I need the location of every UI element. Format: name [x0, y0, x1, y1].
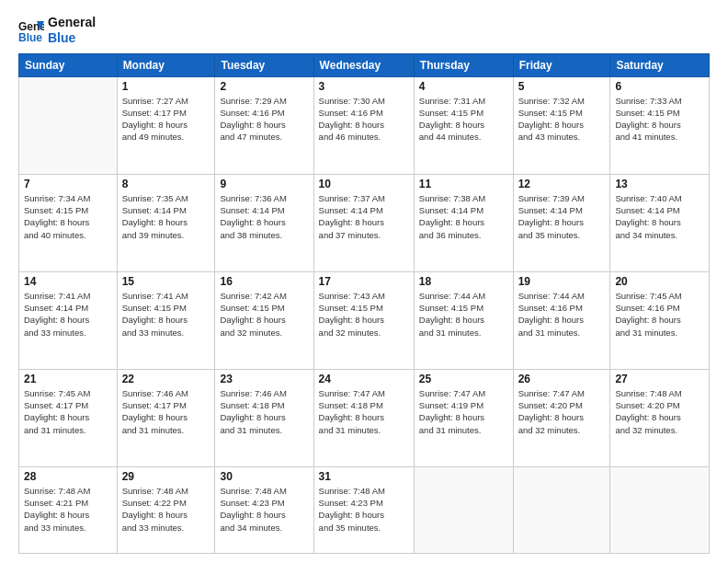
- weekday-sunday: Sunday: [19, 53, 118, 76]
- calendar-week-4: 28Sunrise: 7:48 AM Sunset: 4:21 PM Dayli…: [19, 466, 710, 553]
- cell-info: Sunrise: 7:45 AM Sunset: 4:16 PM Dayligh…: [615, 290, 704, 339]
- day-number: 12: [518, 178, 606, 190]
- cell-info: Sunrise: 7:30 AM Sunset: 4:16 PM Dayligh…: [319, 95, 409, 144]
- calendar-cell: [513, 466, 610, 553]
- weekday-wednesday: Wednesday: [313, 53, 414, 76]
- calendar-table: SundayMondayTuesdayWednesdayThursdayFrid…: [18, 53, 710, 554]
- cell-info: Sunrise: 7:29 AM Sunset: 4:16 PM Dayligh…: [220, 95, 308, 144]
- calendar-cell: 3Sunrise: 7:30 AM Sunset: 4:16 PM Daylig…: [313, 76, 414, 174]
- calendar-cell: 31Sunrise: 7:48 AM Sunset: 4:23 PM Dayli…: [313, 466, 414, 553]
- cell-info: Sunrise: 7:41 AM Sunset: 4:14 PM Dayligh…: [24, 290, 112, 339]
- cell-info: Sunrise: 7:47 AM Sunset: 4:18 PM Dayligh…: [319, 387, 409, 436]
- day-number: 8: [122, 178, 210, 190]
- calendar-cell: 11Sunrise: 7:38 AM Sunset: 4:14 PM Dayli…: [414, 174, 513, 271]
- cell-info: Sunrise: 7:31 AM Sunset: 4:15 PM Dayligh…: [419, 95, 508, 144]
- calendar-cell: 28Sunrise: 7:48 AM Sunset: 4:21 PM Dayli…: [19, 466, 118, 553]
- day-number: 13: [615, 178, 704, 190]
- weekday-monday: Monday: [117, 53, 215, 76]
- calendar-cell: 29Sunrise: 7:48 AM Sunset: 4:22 PM Dayli…: [117, 466, 215, 553]
- calendar-week-2: 14Sunrise: 7:41 AM Sunset: 4:14 PM Dayli…: [19, 271, 710, 369]
- calendar-cell: 16Sunrise: 7:42 AM Sunset: 4:15 PM Dayli…: [215, 271, 313, 369]
- calendar-cell: 24Sunrise: 7:47 AM Sunset: 4:18 PM Dayli…: [313, 369, 414, 466]
- cell-info: Sunrise: 7:46 AM Sunset: 4:18 PM Dayligh…: [220, 387, 308, 436]
- calendar-cell: 30Sunrise: 7:48 AM Sunset: 4:23 PM Dayli…: [215, 466, 313, 553]
- cell-info: Sunrise: 7:39 AM Sunset: 4:14 PM Dayligh…: [518, 192, 606, 241]
- calendar-cell: 27Sunrise: 7:48 AM Sunset: 4:20 PM Dayli…: [610, 369, 710, 466]
- calendar-cell: 13Sunrise: 7:40 AM Sunset: 4:14 PM Dayli…: [610, 174, 710, 271]
- calendar-cell: 8Sunrise: 7:35 AM Sunset: 4:14 PM Daylig…: [117, 174, 215, 271]
- calendar-cell: 4Sunrise: 7:31 AM Sunset: 4:15 PM Daylig…: [414, 76, 513, 174]
- calendar-cell: 6Sunrise: 7:33 AM Sunset: 4:15 PM Daylig…: [610, 76, 710, 174]
- cell-info: Sunrise: 7:48 AM Sunset: 4:21 PM Dayligh…: [24, 485, 112, 534]
- cell-info: Sunrise: 7:27 AM Sunset: 4:17 PM Dayligh…: [122, 95, 210, 144]
- day-number: 28: [24, 470, 112, 483]
- calendar-week-3: 21Sunrise: 7:45 AM Sunset: 4:17 PM Dayli…: [19, 369, 710, 466]
- cell-info: Sunrise: 7:45 AM Sunset: 4:17 PM Dayligh…: [24, 387, 112, 436]
- day-number: 4: [419, 80, 508, 93]
- calendar-cell: 10Sunrise: 7:37 AM Sunset: 4:14 PM Dayli…: [313, 174, 414, 271]
- day-number: 15: [122, 275, 210, 288]
- calendar-cell: 12Sunrise: 7:39 AM Sunset: 4:14 PM Dayli…: [513, 174, 610, 271]
- calendar-week-1: 7Sunrise: 7:34 AM Sunset: 4:15 PM Daylig…: [19, 174, 710, 271]
- logo-general: General: [48, 15, 96, 30]
- cell-info: Sunrise: 7:42 AM Sunset: 4:15 PM Dayligh…: [220, 290, 308, 339]
- cell-info: Sunrise: 7:47 AM Sunset: 4:20 PM Dayligh…: [518, 387, 606, 436]
- page: General Blue General Blue SundayMondayTu…: [0, 0, 728, 563]
- day-number: 24: [319, 373, 409, 385]
- day-number: 23: [220, 373, 308, 385]
- day-number: 25: [419, 373, 508, 385]
- cell-info: Sunrise: 7:46 AM Sunset: 4:17 PM Dayligh…: [122, 387, 210, 436]
- day-number: 11: [419, 178, 508, 190]
- calendar-cell: 21Sunrise: 7:45 AM Sunset: 4:17 PM Dayli…: [19, 369, 118, 466]
- day-number: 1: [122, 80, 210, 93]
- weekday-thursday: Thursday: [414, 53, 513, 76]
- logo: General Blue General Blue: [18, 15, 96, 46]
- day-number: 3: [319, 80, 409, 93]
- weekday-friday: Friday: [513, 53, 610, 76]
- cell-info: Sunrise: 7:33 AM Sunset: 4:15 PM Dayligh…: [615, 95, 704, 144]
- cell-info: Sunrise: 7:38 AM Sunset: 4:14 PM Dayligh…: [419, 192, 508, 241]
- calendar-cell: 9Sunrise: 7:36 AM Sunset: 4:14 PM Daylig…: [215, 174, 313, 271]
- calendar-cell: 26Sunrise: 7:47 AM Sunset: 4:20 PM Dayli…: [513, 369, 610, 466]
- calendar-cell: 20Sunrise: 7:45 AM Sunset: 4:16 PM Dayli…: [610, 271, 710, 369]
- calendar-cell: [19, 76, 118, 174]
- day-number: 30: [220, 470, 308, 483]
- calendar-cell: 22Sunrise: 7:46 AM Sunset: 4:17 PM Dayli…: [117, 369, 215, 466]
- day-number: 14: [24, 275, 112, 288]
- day-number: 21: [24, 373, 112, 385]
- day-number: 2: [220, 80, 308, 93]
- calendar-cell: 15Sunrise: 7:41 AM Sunset: 4:15 PM Dayli…: [117, 271, 215, 369]
- calendar-cell: 2Sunrise: 7:29 AM Sunset: 4:16 PM Daylig…: [215, 76, 313, 174]
- day-number: 18: [419, 275, 508, 288]
- day-number: 26: [518, 373, 606, 385]
- day-number: 10: [319, 178, 409, 190]
- day-number: 19: [518, 275, 606, 288]
- day-number: 9: [220, 178, 308, 190]
- header: General Blue General Blue: [18, 15, 710, 46]
- cell-info: Sunrise: 7:48 AM Sunset: 4:20 PM Dayligh…: [615, 387, 704, 436]
- day-number: 22: [122, 373, 210, 385]
- calendar-cell: [610, 466, 710, 553]
- cell-info: Sunrise: 7:44 AM Sunset: 4:16 PM Dayligh…: [518, 290, 606, 339]
- cell-info: Sunrise: 7:32 AM Sunset: 4:15 PM Dayligh…: [518, 95, 606, 144]
- day-number: 20: [615, 275, 704, 288]
- cell-info: Sunrise: 7:41 AM Sunset: 4:15 PM Dayligh…: [122, 290, 210, 339]
- cell-info: Sunrise: 7:35 AM Sunset: 4:14 PM Dayligh…: [122, 192, 210, 241]
- cell-info: Sunrise: 7:48 AM Sunset: 4:23 PM Dayligh…: [319, 485, 409, 534]
- logo-blue: Blue: [48, 30, 96, 46]
- day-number: 31: [319, 470, 409, 483]
- calendar-cell: 1Sunrise: 7:27 AM Sunset: 4:17 PM Daylig…: [117, 76, 215, 174]
- day-number: 27: [615, 373, 704, 385]
- cell-info: Sunrise: 7:37 AM Sunset: 4:14 PM Dayligh…: [319, 192, 409, 241]
- calendar-cell: 17Sunrise: 7:43 AM Sunset: 4:15 PM Dayli…: [313, 271, 414, 369]
- calendar-body: 1Sunrise: 7:27 AM Sunset: 4:17 PM Daylig…: [19, 76, 710, 553]
- weekday-header-row: SundayMondayTuesdayWednesdayThursdayFrid…: [19, 53, 710, 76]
- day-number: 29: [122, 470, 210, 483]
- day-number: 6: [615, 80, 704, 93]
- day-number: 16: [220, 275, 308, 288]
- cell-info: Sunrise: 7:47 AM Sunset: 4:19 PM Dayligh…: [419, 387, 508, 436]
- cell-info: Sunrise: 7:34 AM Sunset: 4:15 PM Dayligh…: [24, 192, 112, 241]
- calendar-cell: [414, 466, 513, 553]
- logo-icon: General Blue: [18, 17, 44, 43]
- day-number: 17: [319, 275, 409, 288]
